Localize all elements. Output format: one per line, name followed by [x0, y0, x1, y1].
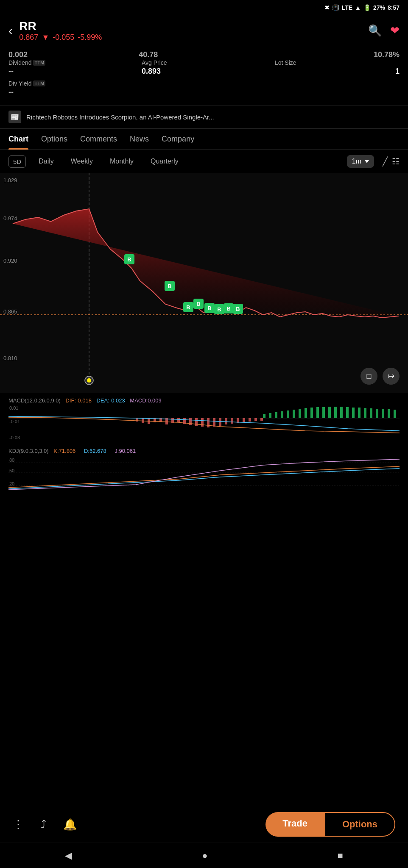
- price-row: 0.867 ▼ -0.055 -5.99%: [19, 33, 361, 42]
- top-numbers: 0.002 40.78 10.78%: [8, 50, 400, 59]
- chart-svg: [0, 173, 408, 393]
- period-daily[interactable]: Daily: [34, 155, 58, 168]
- recent-nav-icon[interactable]: ■: [338, 850, 343, 861]
- y-label-5: 0.810: [3, 355, 17, 361]
- back-button[interactable]: ‹: [8, 24, 12, 38]
- lot-size-col: Lot Size 1: [275, 59, 400, 76]
- line-chart-icon[interactable]: ╱: [383, 156, 388, 166]
- svg-rect-20: [352, 408, 355, 418]
- number-2: 40.78: [139, 50, 269, 59]
- news-ticker[interactable]: 📰 Richtech Robotics Introduces Scorpion,…: [0, 105, 408, 129]
- down-arrow-icon: ▼: [42, 33, 49, 42]
- bottom-actions: Trade Options: [265, 812, 395, 837]
- interval-dropdown[interactable]: 1m: [347, 155, 374, 168]
- svg-text:20: 20: [9, 481, 14, 486]
- header-title: RR 0.867 ▼ -0.055 -5.99%: [19, 19, 361, 42]
- tab-comments[interactable]: Comments: [80, 129, 117, 150]
- status-bar: ✖ 📳 LTE ▲ 🔋 27% 8:57: [0, 0, 408, 15]
- trade-button[interactable]: Trade: [265, 812, 324, 837]
- battery-icon: 🔋: [363, 4, 371, 11]
- svg-rect-35: [177, 418, 180, 422]
- android-nav: ◀ ● ■: [0, 843, 408, 868]
- period-quarterly[interactable]: Quarterly: [146, 155, 183, 168]
- svg-rect-41: [213, 418, 215, 427]
- svg-rect-21: [358, 408, 360, 418]
- search-icon[interactable]: 🔍: [368, 24, 382, 37]
- grid-icon[interactable]: ☷: [392, 156, 400, 166]
- svg-rect-26: [388, 409, 390, 418]
- share-icon[interactable]: ⤴: [41, 818, 46, 831]
- collapse-icon[interactable]: ↦: [383, 368, 400, 385]
- info-row-2: Div Yield TTM --: [8, 80, 400, 97]
- b-marker-6: B: [214, 304, 224, 314]
- price-change: -0.055: [53, 33, 74, 42]
- y-label-1: 1.029: [3, 177, 17, 183]
- svg-rect-19: [346, 407, 349, 418]
- period-5d[interactable]: 5D: [8, 155, 26, 168]
- chart-controls: □ ↦: [360, 368, 400, 385]
- tab-bar: Chart Options Comments News Company: [0, 129, 408, 150]
- svg-rect-22: [364, 408, 366, 418]
- b-marker-2: B: [165, 281, 175, 291]
- svg-rect-24: [376, 409, 378, 418]
- macd-dif: DIF:-0.018: [65, 397, 91, 404]
- b-marker-8: B: [233, 304, 243, 314]
- price-change-pct: -5.99%: [78, 33, 102, 42]
- more-options-icon[interactable]: ⋮: [13, 818, 24, 831]
- svg-text:80: 80: [9, 458, 14, 463]
- time-controls: 5D Daily Weekly Monthly Quarterly 1m ╱ ☷: [0, 150, 408, 173]
- svg-rect-14: [316, 407, 319, 418]
- b-marker-3: B: [183, 302, 193, 312]
- y-label-2: 0.974: [3, 215, 17, 222]
- svg-rect-7: [275, 412, 277, 418]
- svg-rect-17: [334, 407, 337, 418]
- div-yield-label: Div Yield TTM: [8, 80, 400, 87]
- svg-rect-11: [299, 409, 301, 418]
- battery-pct: 27%: [373, 4, 385, 11]
- dividend-col: Dividend TTM --: [8, 59, 133, 76]
- dividend-value: --: [8, 67, 133, 76]
- number-1: 0.002: [8, 50, 139, 59]
- chart-type-icons: ╱ ☷: [383, 156, 400, 166]
- tab-news[interactable]: News: [130, 129, 149, 150]
- price-chart[interactable]: 1.029 0.974 0.920 0.865 0.810 B B B B B …: [0, 173, 408, 393]
- period-monthly[interactable]: Monthly: [106, 155, 138, 168]
- lot-size-label: Lot Size: [275, 59, 400, 66]
- lot-size-value: 1: [275, 67, 400, 76]
- svg-rect-49: [260, 418, 263, 421]
- expand-icon[interactable]: □: [360, 368, 377, 385]
- period-weekly[interactable]: Weekly: [67, 155, 97, 168]
- options-button[interactable]: Options: [324, 812, 395, 837]
- svg-text:-0.01: -0.01: [9, 419, 20, 424]
- svg-rect-13: [310, 408, 313, 418]
- b-marker-5: B: [204, 303, 215, 313]
- back-nav-icon[interactable]: ◀: [65, 850, 72, 861]
- svg-rect-18: [340, 407, 343, 418]
- svg-rect-8: [281, 411, 283, 418]
- alert-icon[interactable]: 🔔: [63, 818, 77, 831]
- svg-rect-10: [293, 410, 295, 418]
- b-marker-4: B: [193, 299, 204, 309]
- svg-rect-12: [305, 408, 307, 418]
- favorite-icon[interactable]: ❤: [390, 24, 400, 37]
- ticker-symbol: RR: [19, 19, 361, 33]
- avg-price-value: 0.893: [142, 67, 266, 76]
- home-nav-icon[interactable]: ●: [202, 850, 207, 861]
- header-actions: 🔍 ❤: [368, 24, 400, 37]
- kdj-chart: 80 50 20: [8, 456, 400, 494]
- svg-rect-40: [207, 418, 210, 427]
- svg-text:-0.03: -0.03: [9, 435, 20, 440]
- y-label-4: 0.865: [3, 308, 17, 315]
- tab-options[interactable]: Options: [41, 129, 67, 150]
- svg-point-3: [87, 378, 91, 383]
- avg-price-label: Avg Price: [142, 59, 266, 66]
- stock-header: ‹ RR 0.867 ▼ -0.055 -5.99% 🔍 ❤: [0, 15, 408, 46]
- tab-chart[interactable]: Chart: [8, 129, 28, 150]
- signal-icon: ▲: [355, 4, 361, 11]
- kdj-j: J:90.061: [115, 448, 136, 454]
- svg-text:50: 50: [9, 468, 14, 473]
- tab-company[interactable]: Company: [162, 129, 194, 150]
- div-yield-col: Div Yield TTM --: [8, 80, 400, 97]
- stock-info: 0.002 40.78 10.78% Dividend TTM -- Avg P…: [0, 46, 408, 105]
- bottom-icons: ⋮ ⤴ 🔔: [13, 818, 77, 831]
